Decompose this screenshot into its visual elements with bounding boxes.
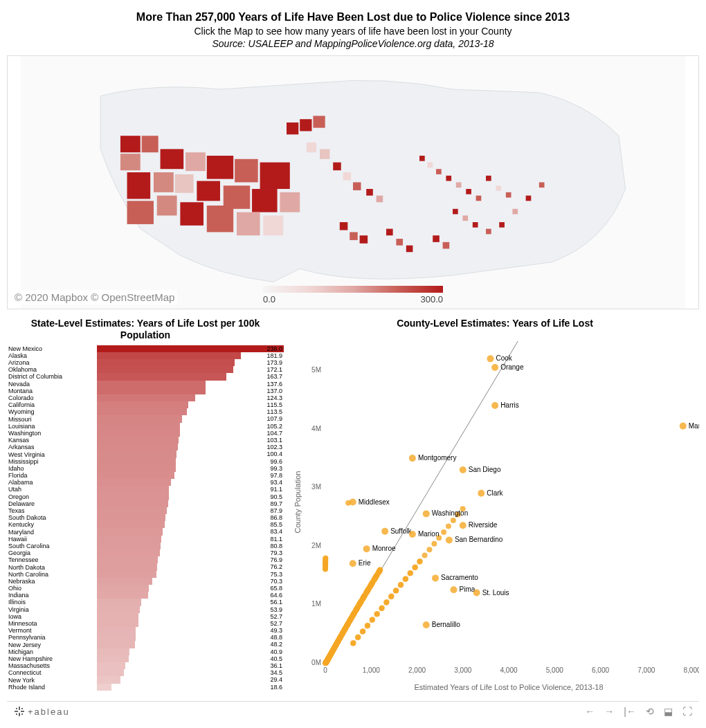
scatter-point[interactable]	[360, 629, 365, 635]
state-row[interactable]: North Dakota 76.2	[7, 563, 284, 570]
scatter-point-labeled[interactable]	[491, 364, 498, 371]
scatter-point-labeled[interactable]	[409, 455, 416, 462]
scatter-point[interactable]	[359, 597, 365, 602]
scatter-point[interactable]	[383, 600, 389, 606]
scatter-point-labeled[interactable]	[350, 499, 356, 506]
scatter-point-labeled[interactable]	[680, 423, 687, 430]
choropleth-map[interactable]: © 2020 Mapbox © OpenStreetMap 0.0 300.0	[7, 55, 699, 309]
scatter-point-labeled[interactable]	[432, 574, 439, 581]
scatter-point[interactable]	[431, 541, 437, 547]
state-row[interactable]: Rhode Island 18.6	[7, 684, 284, 691]
scatter-point[interactable]	[422, 553, 428, 558]
scatter-point[interactable]	[426, 547, 432, 552]
state-row[interactable]: Missouri 107.9	[7, 415, 284, 422]
state-row[interactable]: Idaho 99.3	[7, 465, 284, 472]
state-bar-list[interactable]: New Mexico 236.0 Alaska 181.9 Arizona 17…	[7, 345, 284, 695]
state-row[interactable]: Tennessee 76.9	[7, 556, 284, 563]
scatter-point[interactable]	[441, 529, 446, 535]
tableau-logo[interactable]: +ableau	[14, 706, 70, 717]
state-row[interactable]: Kansas 103.1	[7, 437, 284, 444]
scatter-point[interactable]	[374, 612, 379, 617]
scatter-point[interactable]	[379, 606, 384, 611]
scatter-point[interactable]	[363, 590, 369, 596]
undo-button[interactable]: ←	[585, 706, 595, 717]
scatter-point[interactable]	[355, 635, 361, 640]
scatter-point[interactable]	[356, 603, 361, 608]
state-row[interactable]: West Virginia 100.4	[7, 451, 284, 457]
state-row[interactable]: Alaska 181.9	[7, 352, 284, 359]
scatter-point-labeled[interactable]	[423, 510, 430, 517]
scatter-point[interactable]	[451, 518, 456, 523]
state-row[interactable]: New Jersey 48.2	[7, 641, 284, 648]
scatter-point[interactable]	[350, 614, 355, 619]
scatter-point[interactable]	[324, 659, 329, 665]
map-svg[interactable]	[8, 56, 698, 309]
share-button[interactable]: ⟲	[646, 706, 654, 717]
scatter-point-labeled[interactable]	[423, 621, 430, 628]
scatter-point-labeled[interactable]	[491, 402, 498, 409]
scatter-point[interactable]	[371, 577, 377, 583]
state-row[interactable]: Connecticut 34.5	[7, 669, 284, 676]
scatter-point[interactable]	[388, 594, 394, 599]
state-row[interactable]: Massachusetts 36.1	[7, 662, 284, 669]
scatter-point[interactable]	[344, 624, 350, 629]
state-row[interactable]: Minnesota 52.7	[7, 620, 284, 627]
state-row[interactable]: New Mexico 236.0	[7, 345, 284, 352]
state-row[interactable]: Utah 91.1	[7, 486, 284, 493]
scatter-point-labeled[interactable]	[473, 590, 480, 597]
state-row[interactable]: Mississippi 99.6	[7, 458, 284, 465]
scatter-point[interactable]	[353, 608, 359, 614]
state-row[interactable]: Kentucky 85.5	[7, 521, 284, 528]
state-row[interactable]: Arizona 173.9	[7, 359, 284, 366]
reset-button[interactable]: |←	[624, 706, 636, 717]
state-row[interactable]: Iowa 52.7	[7, 613, 284, 620]
scatter-point-labeled[interactable]	[381, 528, 388, 535]
scatter-point-labeled[interactable]	[409, 531, 416, 538]
state-row[interactable]: Hawaii 81.1	[7, 536, 284, 543]
state-row[interactable]: New Hampshire 40.5	[7, 655, 284, 662]
scatter-point[interactable]	[375, 570, 381, 576]
download-button[interactable]: ⬓	[664, 706, 673, 717]
scatter-point[interactable]	[370, 617, 375, 623]
state-row[interactable]: Ohio 65.8	[7, 585, 284, 592]
state-row[interactable]: Arkansas 102.3	[7, 444, 284, 451]
scatter-point-labeled[interactable]	[350, 560, 356, 567]
state-row[interactable]: Virginia 53.9	[7, 606, 284, 613]
state-row[interactable]: Maryland 83.4	[7, 528, 284, 535]
state-row[interactable]: Georgia 79.3	[7, 549, 284, 556]
state-row[interactable]: Michigan 40.9	[7, 648, 284, 655]
scatter-point-labeled[interactable]	[460, 466, 467, 473]
scatter-area[interactable]: 01,0002,0003,0004,0005,0006,0007,0008,00…	[291, 333, 699, 695]
state-row[interactable]: South Carolina 80.8	[7, 543, 284, 549]
scatter-point-labeled[interactable]	[451, 586, 458, 593]
state-row[interactable]: Washington 104.7	[7, 430, 284, 437]
scatter-point-labeled[interactable]	[446, 536, 453, 543]
redo-button[interactable]: →	[604, 706, 614, 717]
state-row[interactable]: Vermont 49.3	[7, 627, 284, 634]
state-row[interactable]: Texas 87.9	[7, 507, 284, 514]
state-row[interactable]: New York 29.4	[7, 676, 284, 683]
scatter-svg[interactable]: 01,0002,0003,0004,0005,0006,0007,0008,00…	[291, 333, 699, 695]
scatter-point-labeled[interactable]	[363, 545, 370, 552]
state-row[interactable]: Louisiana 105.2	[7, 423, 284, 430]
scatter-point-labeled[interactable]	[487, 355, 494, 362]
scatter-point-labeled[interactable]	[460, 522, 467, 529]
state-row[interactable]: Colorado 124.3	[7, 394, 284, 401]
scatter-point[interactable]	[365, 623, 370, 628]
state-row[interactable]: South Dakota 86.8	[7, 514, 284, 521]
scatter-point[interactable]	[407, 571, 413, 576]
state-row[interactable]: Nebraska 70.3	[7, 578, 284, 585]
state-row[interactable]: District of Columbia 163.7	[7, 373, 284, 380]
state-row[interactable]: North Carolina 75.3	[7, 571, 284, 578]
state-row[interactable]: Pennsylvania 48.8	[7, 634, 284, 641]
state-row[interactable]: Oklahoma 172.1	[7, 366, 284, 373]
scatter-point-labeled[interactable]	[478, 490, 485, 497]
scatter-point[interactable]	[446, 523, 451, 529]
scatter-point[interactable]	[412, 565, 417, 570]
scatter-point[interactable]	[323, 556, 328, 561]
state-row[interactable]: California 115.5	[7, 401, 284, 408]
scatter-point[interactable]	[347, 619, 352, 624]
state-row[interactable]: Oregon 90.5	[7, 493, 284, 500]
state-row[interactable]: Montana 137.0	[7, 388, 284, 394]
state-row[interactable]: Illinois 56.1	[7, 599, 284, 606]
